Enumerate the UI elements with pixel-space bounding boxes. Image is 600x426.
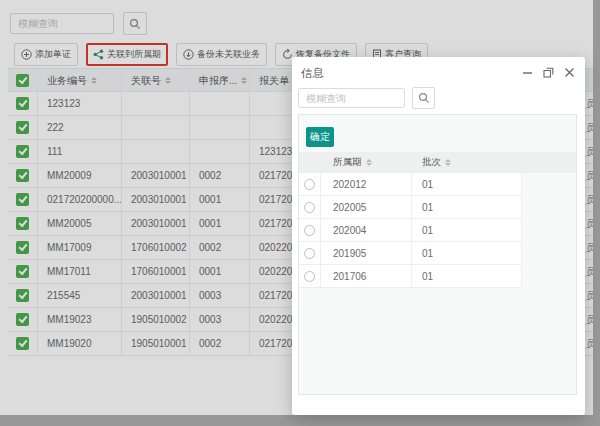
close-icon (564, 67, 575, 78)
row-radio[interactable] (304, 248, 315, 259)
search-icon (418, 92, 430, 104)
period-table-header: 所属期 批次 (299, 152, 576, 173)
row-radio[interactable] (304, 271, 315, 282)
column-header-batch[interactable]: 批次 (412, 152, 522, 173)
modal-search-button[interactable] (412, 87, 435, 109)
sort-caret-icon[interactable] (366, 156, 372, 169)
dialog-window-controls (521, 66, 576, 79)
dialog-panel: 确定 所属期 批次 202012 01 202005 01 202004 01 (298, 114, 577, 395)
modal-search-input[interactable] (298, 88, 405, 108)
row-radio[interactable] (304, 179, 315, 190)
minimize-button[interactable] (521, 66, 534, 79)
sort-caret-icon[interactable] (445, 156, 451, 169)
period-row[interactable]: 202005 01 (299, 196, 522, 219)
info-dialog: 信息 确定 所属期 批次 (292, 57, 585, 415)
row-radio[interactable] (304, 202, 315, 213)
period-row[interactable]: 202004 01 (299, 219, 522, 242)
confirm-button[interactable]: 确定 (306, 127, 334, 147)
maximize-button[interactable] (542, 66, 555, 79)
maximize-restore-icon (543, 67, 554, 78)
period-row[interactable]: 201706 01 (299, 265, 522, 288)
column-header-period[interactable]: 所属期 (321, 152, 412, 173)
close-button[interactable] (563, 66, 576, 79)
dialog-title: 信息 (301, 66, 324, 81)
minimize-icon (522, 67, 533, 78)
period-row[interactable]: 202012 01 (299, 173, 522, 196)
period-row[interactable]: 201905 01 (299, 242, 522, 265)
period-table: 所属期 批次 202012 01 202005 01 202004 01 201… (299, 152, 576, 288)
row-radio[interactable] (304, 225, 315, 236)
